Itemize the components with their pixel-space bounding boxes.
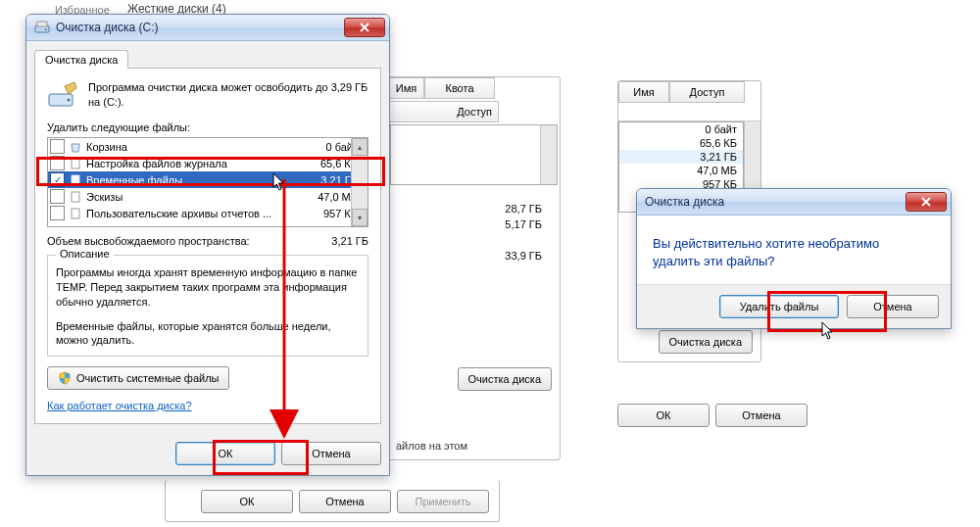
dialog-buttons: ОК Отмена [26, 432, 389, 475]
svg-rect-6 [72, 175, 79, 185]
svg-point-4 [68, 99, 71, 102]
cursor-icon [821, 321, 835, 341]
description-p1: Программы иногда хранят временную информ… [56, 265, 360, 310]
titlebar[interactable]: Очистка диска (C:) [26, 15, 389, 41]
confirm-message: Вы действительно хотите необратимо удали… [653, 235, 935, 270]
svg-point-2 [45, 28, 47, 30]
confirm-titlebar[interactable]: Очистка диска [637, 189, 951, 216]
bg3-col-access: Доступ [669, 81, 745, 103]
bg2-v517: 5,17 ГБ [388, 216, 560, 232]
bg2-v339: 33,9 ГБ [388, 232, 560, 279]
file-name: Пользовательские архивы отчетов ... [86, 208, 295, 219]
bg-bottom-bar: ОК Отмена Применить [165, 480, 500, 522]
bg3-val: 0 байт [619, 122, 743, 136]
file-name: Корзина [86, 141, 295, 153]
bg2-scrollbar[interactable] [540, 125, 557, 184]
bg3-val: 65,6 КБ [619, 136, 743, 150]
bg3-val: 3,21 ГБ [619, 150, 743, 164]
shield-icon [58, 371, 72, 385]
svg-rect-5 [72, 159, 79, 168]
info-text: Программа очистки диска может освободить… [88, 80, 368, 112]
file-row-thumbs[interactable]: Эскизы 47,0 МБ [48, 188, 368, 205]
clean-system-files-label: Очистить системные файлы [76, 372, 219, 384]
bg3-val: 47,0 МБ [619, 164, 743, 177]
bg-window-2: Имя Квота Доступ 28,7 ГБ 5,17 ГБ 33,9 ГБ… [387, 76, 561, 460]
file-row-reports[interactable]: Пользовательские архивы отчетов ... 957 … [48, 205, 368, 221]
confirm-dialog: Очистка диска Вы действительно хотите не… [636, 188, 952, 329]
description-p2: Временные файлы, которые хранятся больше… [56, 319, 360, 349]
bg-bottom-ok[interactable]: ОК [201, 490, 293, 513]
checkbox[interactable]: ✓ [50, 172, 65, 187]
confirm-title: Очистка диска [645, 195, 906, 209]
file-icon [69, 173, 82, 187]
bg3-cancel[interactable]: Отмена [715, 404, 808, 427]
bg3-col-name: Имя [618, 81, 669, 103]
window-title: Очистка диска (C:) [56, 21, 344, 34]
svg-rect-7 [72, 192, 79, 202]
help-link[interactable]: Как работает очистка диска? [47, 400, 192, 411]
bg3-cleanup-button[interactable]: Очистка диска [659, 330, 753, 354]
description-group: Описание Программы иногда хранят временн… [47, 255, 368, 357]
list-scrollbar[interactable]: ▴ ▾ [351, 138, 368, 226]
file-name: Временные файлы [86, 174, 295, 186]
checkbox[interactable] [50, 206, 65, 220]
bg2-col-name: Имя [388, 77, 424, 99]
ok-button[interactable]: ОК [175, 442, 275, 465]
tab-cleanup[interactable]: Очистка диска [34, 50, 128, 69]
confirm-buttons: Удалить файлы Отмена [637, 284, 951, 328]
svg-rect-1 [37, 22, 47, 26]
delete-label: Удалить следующие файлы: [47, 121, 368, 133]
file-name: Эскизы [86, 191, 295, 203]
bg3-ok[interactable]: ОК [617, 404, 710, 427]
checkbox[interactable] [50, 139, 65, 154]
confirm-cancel-button[interactable]: Отмена [847, 295, 939, 318]
cursor-icon [272, 172, 286, 192]
file-row-recycle[interactable]: Корзина 0 байт [48, 138, 368, 155]
freed-value: 3,21 ГБ [300, 235, 368, 247]
confirm-msg-l1: Вы действительно хотите необратимо [653, 236, 879, 251]
file-icon [69, 190, 82, 204]
file-row-temp[interactable]: ✓ Временные файлы 3,21 ГБ [48, 171, 368, 188]
clean-system-files-button[interactable]: Очистить системные файлы [47, 366, 229, 390]
file-icon [69, 207, 82, 220]
recycle-bin-icon [69, 140, 82, 154]
main-panel: Программа очистки диска может освободить… [34, 68, 381, 424]
bg2-cleanup-button[interactable]: Очистка диска [458, 367, 552, 391]
drive-brush-icon [47, 80, 78, 112]
bg-bottom-apply[interactable]: Применить [397, 490, 489, 513]
checkbox[interactable] [50, 189, 65, 204]
scroll-up[interactable]: ▴ [352, 138, 368, 156]
checkbox[interactable] [50, 156, 65, 170]
delete-files-button[interactable]: Удалить файлы [719, 295, 839, 318]
description-title: Описание [56, 248, 114, 260]
bg2-v287: 28,7 ГБ [388, 185, 560, 216]
cancel-button[interactable]: Отмена [281, 442, 381, 465]
file-icon [69, 157, 82, 170]
confirm-close-button[interactable] [906, 192, 947, 212]
disk-cleanup-window: Очистка диска (C:) Очистка диска Програм… [25, 14, 390, 476]
bg3-buttons: ОК Отмена [617, 404, 808, 427]
bg2-files-frag: айлов на этом [396, 440, 467, 452]
disk-cleanup-icon [34, 20, 50, 35]
bg-bottom-cancel[interactable]: Отмена [299, 490, 391, 513]
confirm-msg-l2: удалить эти файлы? [653, 254, 775, 268]
bg2-col-quota: Квота [424, 77, 495, 99]
file-row-log[interactable]: Настройка файлов журнала 65,6 КБ [48, 155, 368, 171]
file-list[interactable]: Корзина 0 байт Настройка файлов журнала … [47, 137, 368, 227]
close-button[interactable] [344, 18, 385, 37]
freed-label: Объем высвобождаемого пространства: [47, 235, 300, 247]
bg2-col-access: Доступ [388, 101, 499, 122]
svg-rect-8 [72, 209, 79, 218]
file-name: Настройка файлов журнала [86, 158, 295, 169]
scroll-down[interactable]: ▾ [352, 209, 368, 226]
